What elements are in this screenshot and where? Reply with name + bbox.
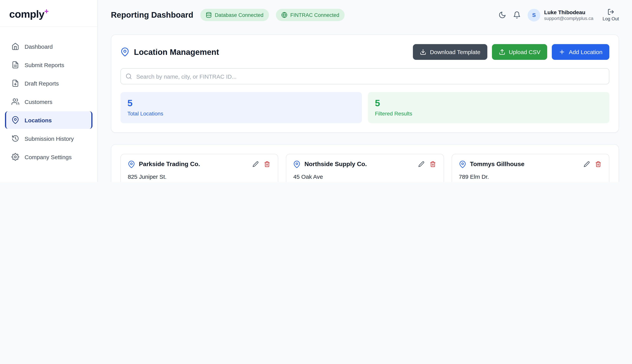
sidebar-item-customers[interactable]: Customers [5,93,93,110]
user-email: support@complyplus.ca [544,16,593,21]
location-card: Parkside Trading Co. 825 Juniper St. FIN… [121,154,278,182]
search-input[interactable] [121,68,609,84]
history-icon [12,135,19,142]
upload-icon [499,49,505,55]
page-title: Reporting Dashboard [111,10,193,20]
home-icon [12,42,19,50]
search-bar [121,68,609,84]
location-address: 825 Juniper St. [128,173,271,180]
location-cards-panel: Parkside Trading Co. 825 Juniper St. FIN… [111,144,619,182]
add-location-label: Add Location [569,49,602,55]
sidebar-item-label: Customers [25,98,52,105]
filtered-results-label: Filtered Results [375,110,602,116]
pencil-icon [418,161,424,167]
logout-button[interactable]: Log Out [603,8,619,22]
sidebar-item-label: Company Settings [25,154,72,160]
trash-icon [430,161,436,167]
content-area: Location Management Download Template Up… [98,28,632,182]
sidebar-item-dashboard[interactable]: Dashboard [5,38,93,55]
delete-location-button[interactable] [429,160,436,168]
map-pin-icon [12,116,19,124]
location-card: Tommys Gillhouse 789 Elm Dr. FINTRAC ID:… [451,154,609,182]
location-name: Northside Supply Co. [304,161,367,168]
add-location-button[interactable]: Add Location [552,44,609,60]
map-pin-icon [121,48,129,56]
sidebar-item-draft-reports[interactable]: Draft Reports [5,74,93,92]
bell-icon [513,11,521,19]
panel-title: Location Management [134,47,219,56]
file-text-icon [12,61,19,69]
location-card: Northside Supply Co. 45 Oak Ave FINTRAC … [286,154,444,182]
delete-location-button[interactable] [594,160,602,168]
total-locations-value: 5 [127,98,355,108]
users-icon [12,98,19,106]
total-locations-label: Total Locations [127,110,355,116]
edit-location-button[interactable] [252,160,260,168]
total-locations-stat: 5 Total Locations [121,92,362,123]
delete-location-button[interactable] [263,160,271,168]
sidebar-item-company-settings[interactable]: Company Settings [5,148,93,166]
filtered-results-stat: 5 Filtered Results [368,92,609,123]
download-icon [420,49,426,55]
logout-label: Log Out [603,16,619,22]
search-icon [126,73,132,80]
location-management-panel: Location Management Download Template Up… [111,34,619,133]
fintrac-connected-badge: FINTRAC Connected [276,9,345,21]
download-template-label: Download Template [430,49,480,55]
sidebar-item-label: Locations [25,117,52,123]
brand-logo: comply+ [0,0,98,27]
filtered-results-value: 5 [375,98,602,108]
badge-label: Database Connected [215,12,263,18]
pencil-icon [253,161,259,167]
brand-name: comply+ [9,8,49,20]
moon-icon [498,11,506,19]
sidebar-item-label: Draft Reports [25,80,59,86]
main-area: Reporting Dashboard Database Connected F… [98,0,632,182]
location-address: 789 Elm Dr. [459,173,602,180]
gear-icon [12,153,19,161]
globe-icon [281,12,287,18]
map-pin-icon [293,160,301,168]
sidebar-item-submission-history[interactable]: Submission History [5,130,93,147]
file-plus-icon [12,80,19,87]
map-pin-icon [459,160,466,168]
brand-plus-mark: + [44,7,49,15]
location-name: Parkside Trading Co. [139,161,200,168]
upload-csv-label: Upload CSV [509,49,540,55]
sidebar-nav: Dashboard Submit Reports Draft Reports C… [0,27,98,170]
sidebar-item-label: Dashboard [25,43,53,50]
location-name: Tommys Gillhouse [470,161,524,168]
upload-csv-button[interactable]: Upload CSV [492,44,547,60]
badge-label: FINTRAC Connected [290,12,339,18]
sidebar: comply+ Dashboard Submit Reports Draft R… [0,0,98,182]
sidebar-item-label: Submit Reports [25,62,64,68]
sidebar-item-submit-reports[interactable]: Submit Reports [5,56,93,74]
brand-name-text: comply [9,8,44,20]
plus-icon [559,49,565,55]
download-template-button[interactable]: Download Template [413,44,487,60]
app-root: comply+ Dashboard Submit Reports Draft R… [0,0,632,182]
logout-icon [607,8,614,15]
edit-location-button[interactable] [417,160,425,168]
edit-location-button[interactable] [583,160,590,168]
top-header: Reporting Dashboard Database Connected F… [98,0,632,28]
notifications-button[interactable] [513,11,521,19]
avatar: S [528,9,540,21]
location-address: 45 Oak Ave [293,173,437,180]
map-pin-icon [128,160,135,168]
user-name: Luke Thibodeau [544,9,593,15]
trash-icon [595,161,601,167]
sidebar-item-label: Submission History [25,135,74,142]
dark-mode-toggle[interactable] [498,11,506,19]
database-connected-badge: Database Connected [200,9,269,21]
database-icon [206,12,212,18]
sidebar-item-locations[interactable]: Locations [5,111,93,129]
user-menu[interactable]: S Luke Thibodeau support@complyplus.ca [528,9,593,21]
pencil-icon [584,161,590,167]
trash-icon [264,161,270,167]
